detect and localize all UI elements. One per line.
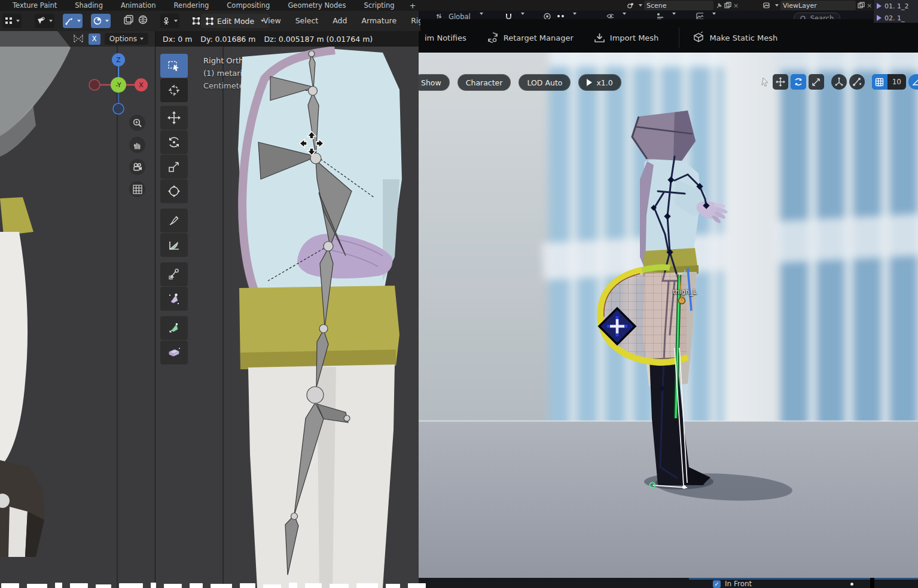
scene-selector[interactable]: Scene × xyxy=(627,1,739,10)
tool-mode-dropdown[interactable] xyxy=(35,14,54,28)
tool-shelf xyxy=(160,54,188,365)
overlays-toggle[interactable] xyxy=(91,14,111,28)
tab-compositing[interactable]: Compositing xyxy=(218,0,279,11)
rotate-mode-button[interactable] xyxy=(791,74,806,90)
tool-scale[interactable] xyxy=(160,155,188,179)
grid-view-icon[interactable] xyxy=(129,181,145,197)
tool-annotate[interactable] xyxy=(160,209,188,232)
tool-rotate[interactable] xyxy=(160,130,188,154)
viewport-controls: 10 xyxy=(761,74,916,90)
menu-view[interactable]: View xyxy=(263,11,281,31)
panel-dot[interactable] xyxy=(850,583,853,586)
tool-measure[interactable] xyxy=(160,233,188,257)
grid-snap-icon[interactable] xyxy=(872,74,887,90)
unreal-viewport[interactable]: thigh_L Show Character LOD Auto x1.0 xyxy=(419,53,918,578)
xray-toggle-icon[interactable] xyxy=(123,14,135,26)
scene-name[interactable]: Scene xyxy=(644,1,713,10)
mode-dropdown[interactable]: Edit Mode xyxy=(201,14,269,28)
coordinate-space-button[interactable] xyxy=(831,74,847,90)
pan-hand-icon[interactable] xyxy=(129,137,145,153)
unreal-window: im Notifies Retarget Manager Import Mesh… xyxy=(419,18,918,588)
scale-mode-button[interactable] xyxy=(809,74,824,90)
mirror-x-button[interactable]: X xyxy=(89,33,100,45)
unreal-character xyxy=(419,53,918,578)
blender-main-viewport[interactable]: Dx: 0 m Dy: 0.01686 m Dz: 0.005187 m (0.… xyxy=(155,31,420,588)
bone-select-button[interactable] xyxy=(849,74,865,90)
image-icon[interactable] xyxy=(696,13,703,19)
mode-label: Edit Mode xyxy=(217,17,254,26)
playback-speed-pill[interactable]: x1.0 xyxy=(578,74,621,91)
retarget-manager-button[interactable]: Retarget Manager xyxy=(487,32,574,44)
editor-type-button[interactable] xyxy=(2,14,22,28)
lod-auto-pill[interactable]: LOD Auto xyxy=(519,74,571,91)
tool-select-box[interactable] xyxy=(160,54,188,78)
unlink-scene-icon[interactable]: × xyxy=(733,2,739,10)
orientation-icon[interactable] xyxy=(435,13,443,19)
menu-add[interactable]: Add xyxy=(333,11,347,31)
tool-cursor[interactable] xyxy=(160,78,188,102)
anim-notifies-button[interactable]: im Notifies xyxy=(425,33,466,42)
viewlayer-name[interactable]: ViewLayer xyxy=(780,1,856,10)
tool-transform[interactable] xyxy=(160,179,188,203)
pane-divider[interactable] xyxy=(155,31,155,588)
tab-scripting[interactable]: Scripting xyxy=(355,0,403,11)
retarget-icon xyxy=(487,32,499,44)
tool-roll[interactable] xyxy=(160,262,188,286)
tab-geometry-nodes[interactable]: Geometry Nodes xyxy=(279,0,355,11)
in-front-checkbox[interactable]: ✓ xyxy=(713,580,721,588)
menu-select[interactable]: Select xyxy=(295,11,319,31)
character-menu-pill[interactable]: Character xyxy=(458,74,511,91)
tab-rendering[interactable]: Rendering xyxy=(165,0,218,11)
grid-snap-value[interactable]: 10 xyxy=(887,78,906,86)
zoom-icon[interactable] xyxy=(129,115,145,131)
orientation-label[interactable]: Global xyxy=(449,13,471,19)
viewport-menus: View Select Add Armature Rigify xyxy=(263,11,420,31)
tool-bone-envelope[interactable] xyxy=(160,287,188,311)
add-workspace-button[interactable]: + xyxy=(404,1,422,10)
mirror-icon[interactable] xyxy=(72,33,84,45)
remove-viewlayer-icon[interactable]: × xyxy=(867,2,872,10)
select-cursor-icon[interactable] xyxy=(761,77,770,87)
proportional-edit-icon[interactable] xyxy=(544,13,551,19)
sequence-item-2[interactable]: 02. 1_ xyxy=(874,12,918,23)
snap-magnet-icon[interactable] xyxy=(505,13,512,19)
menu-armature[interactable]: Armature xyxy=(361,11,397,31)
tab-texture-paint[interactable]: Texture Paint xyxy=(4,0,66,11)
camera-view-icon[interactable] xyxy=(129,159,145,175)
filter-dropdown-icon[interactable] xyxy=(656,13,663,19)
grid-snap-control[interactable]: 10 xyxy=(872,74,906,90)
gizmo-toggle[interactable] xyxy=(63,14,83,28)
new-viewlayer-icon[interactable] xyxy=(858,2,865,9)
play-icon xyxy=(877,3,882,9)
tool-move[interactable] xyxy=(160,106,188,130)
shading-sphere-icon[interactable] xyxy=(137,14,149,26)
delta-y: Dy: 0.01686 m xyxy=(200,35,255,44)
make-static-mesh-button[interactable]: Make Static Mesh xyxy=(693,32,777,44)
editor-type-button-2[interactable] xyxy=(160,14,179,28)
rotation-snap-button[interactable] xyxy=(908,74,918,90)
blender-left-viewport[interactable]: X Options Z X -Y xyxy=(0,31,155,588)
eye-icon[interactable] xyxy=(606,13,614,19)
blender-strip-clipped: Global Search xyxy=(419,11,873,19)
svg-text:X: X xyxy=(139,81,144,89)
tab-shading[interactable]: Shading xyxy=(66,0,112,11)
delta-x: Dx: 0 m xyxy=(163,35,192,44)
pin-icon[interactable] xyxy=(715,2,722,9)
tool-extrude-to-cursor[interactable] xyxy=(160,341,188,365)
sequence-item-1[interactable]: 01. 1_2 xyxy=(874,0,918,12)
search-field[interactable]: Search xyxy=(794,13,841,19)
delta-z: Dz: 0.005187 m (0.01764 m) xyxy=(264,35,373,44)
show-menu-pill[interactable]: Show xyxy=(419,74,450,91)
import-mesh-button[interactable]: Import Mesh xyxy=(594,32,659,44)
options-dropdown[interactable]: Options xyxy=(105,33,148,45)
static-mesh-icon xyxy=(693,32,704,44)
new-scene-icon[interactable] xyxy=(724,2,731,9)
tool-extrude[interactable] xyxy=(160,316,188,340)
viewlayer-selector[interactable]: ViewLayer × xyxy=(763,1,872,10)
bone-name-label: thigh_L xyxy=(673,288,697,296)
clipped-subtitle-glyphs xyxy=(1,583,569,588)
view-axis-gizmo[interactable]: Z X -Y xyxy=(84,49,150,121)
translate-mode-button[interactable] xyxy=(773,74,788,90)
tab-animation[interactable]: Animation xyxy=(112,0,165,11)
dots-icon xyxy=(557,13,564,19)
